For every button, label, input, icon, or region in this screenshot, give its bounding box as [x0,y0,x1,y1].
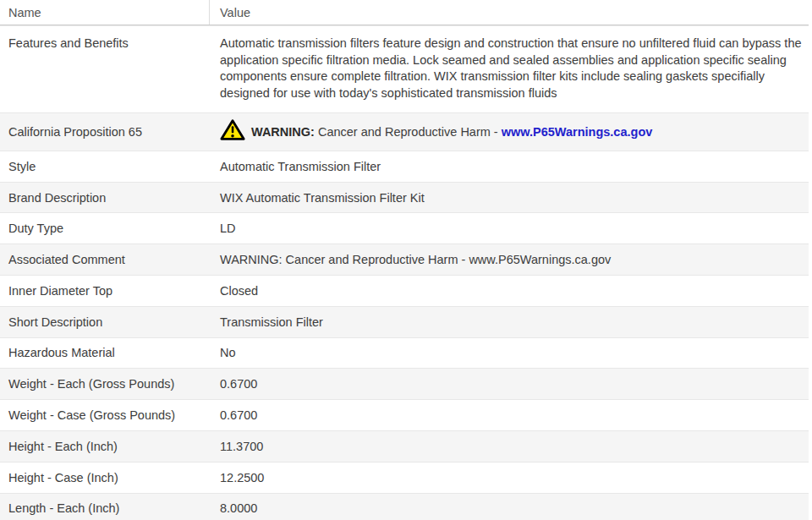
table-row-features-and-benefits: Features and Benefits Automatic transmis… [0,25,809,112]
table-row-brand-description: Brand Description WIX Automatic Transmis… [0,182,809,213]
table-row-height-case: Height - Case (Inch) 12.2500 [0,462,809,493]
row-value-text: Automatic transmission filters feature d… [210,26,809,112]
row-name-label: Features and Benefits [0,26,210,50]
row-name-label: Weight - Case (Gross Pounds) [0,408,210,422]
row-name-label: Height - Case (Inch) [0,471,210,484]
row-name-label: Height - Each (Inch) [0,440,210,453]
row-name-label: Inner Diameter Top [0,284,210,298]
p65-warnings-link[interactable]: www.P65Warnings.ca.gov [502,125,653,139]
table-row-duty-type: Duty Type LD [0,212,809,244]
row-value-text: 11.3700 [210,440,809,453]
row-value-text: 0.6700 [210,408,809,422]
row-value-text: 8.0000 [210,501,809,515]
row-name-label: Brand Description [0,191,210,205]
row-name-label: Duty Type [0,222,210,235]
row-value-text: WIX Automatic Transmission Filter Kit [210,191,809,205]
row-value-text: WARNING: Cancer and Reproductive Harm - … [210,253,809,266]
row-name-label: Style [0,160,210,173]
row-value-text: 0.6700 [210,377,809,391]
table-row-associated-comment: Associated Comment WARNING: Cancer and R… [0,244,809,275]
column-header-value: Value [210,0,809,25]
row-name-label: Associated Comment [0,253,210,266]
row-name-label: Hazardous Material [0,346,210,359]
table-row-length-each: Length - Each (Inch) 8.0000 [0,493,809,520]
column-header-name: Name [0,0,210,25]
product-spec-page: Name Value Features and Benefits Automat… [0,0,812,520]
table-row-california-proposition-65: California Proposition 65 WARNING: Cance… [0,112,809,151]
row-name-label: California Proposition 65 [0,125,210,139]
row-name-label: Length - Each (Inch) [0,501,210,515]
row-value-text: 12.2500 [210,471,809,484]
table-row-inner-diameter-top: Inner Diameter Top Closed [0,275,809,306]
row-value-text: Automatic Transmission Filter [210,160,809,173]
row-value-text: Closed [210,284,809,298]
row-name-label: Weight - Each (Gross Pounds) [0,377,210,391]
table-row-weight-case: Weight - Case (Gross Pounds) 0.6700 [0,399,809,430]
prop65-warning: WARNING: Cancer and Reproductive Harm - … [220,119,805,145]
prop65-warning-label: WARNING: [251,125,315,139]
warning-triangle-icon [220,118,245,144]
row-value-text: LD [210,222,809,235]
spec-table: Name Value Features and Benefits Automat… [0,0,809,520]
table-header-row: Name Value [0,0,809,25]
row-value-text: Transmission Filter [210,315,809,329]
prop65-warning-text: Cancer and Reproductive Harm - [318,125,498,139]
table-row-hazardous-material: Hazardous Material No [0,337,809,369]
table-row-weight-each: Weight - Each (Gross Pounds) 0.6700 [0,368,809,399]
row-value-text: No [210,346,809,359]
row-name-label: Short Description [0,315,210,329]
table-row-height-each: Height - Each (Inch) 11.3700 [0,430,809,462]
table-row-style: Style Automatic Transmission Filter [0,151,809,182]
table-row-short-description: Short Description Transmission Filter [0,306,809,337]
